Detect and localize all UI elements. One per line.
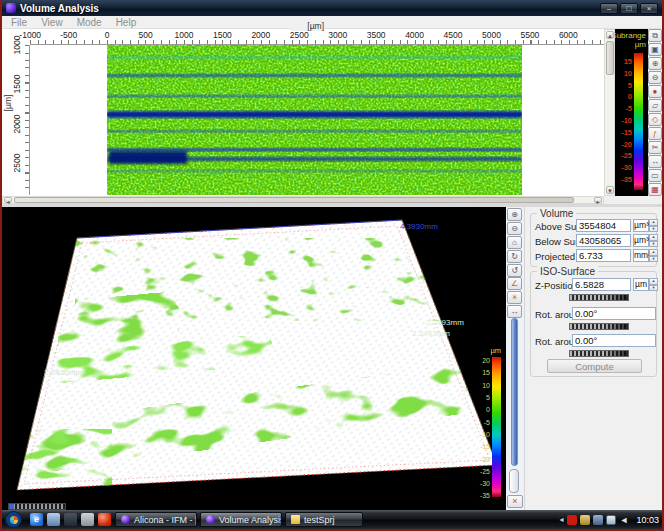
rot-y-slider[interactable] xyxy=(569,350,629,357)
zoom-in-icon[interactable]: ⊕ xyxy=(648,57,662,70)
taskbar-button-alicona[interactable]: Alicona - IFM - [IFM... xyxy=(115,512,197,527)
crop-tool-icon[interactable]: ▦ xyxy=(648,183,662,196)
horizontal-scroll-thumb[interactable] xyxy=(14,197,574,203)
scroll-left-button[interactable]: ◂ xyxy=(4,197,12,203)
projected-area-unit[interactable]: mm² xyxy=(633,249,649,262)
close-button[interactable]: × xyxy=(640,3,658,14)
x-axis-tick: 3500 xyxy=(357,30,395,40)
zoom-out-icon[interactable]: ⊖ xyxy=(507,222,522,235)
height-map-plot[interactable]: [µm] -1000-50005001000150020002500300035… xyxy=(2,29,604,196)
svg-text:20: 20 xyxy=(482,357,490,364)
network-tray-icon[interactable] xyxy=(606,515,616,525)
title-bar: Volume Analysis – □ × xyxy=(2,0,662,16)
menu-view[interactable]: View xyxy=(34,17,70,28)
export-view-icon[interactable]: ⧉ xyxy=(648,29,662,42)
language-tray-icon[interactable] xyxy=(593,515,603,525)
taskbar-button-label: testSprj xyxy=(304,515,335,525)
maximize-button[interactable]: □ xyxy=(620,3,638,14)
iso-surface-3d-view[interactable]: 4.3930mm 2.2493mm 2.2493mm 2.2430mm µm 2… xyxy=(2,207,506,510)
freehand-select-icon[interactable]: ◇ xyxy=(648,113,662,126)
antivirus-tray-icon[interactable] xyxy=(567,515,577,525)
view3d-vertical-slider[interactable] xyxy=(511,318,518,466)
menu-help[interactable]: Help xyxy=(109,17,144,28)
zoom-in-icon[interactable]: ⊕ xyxy=(507,208,522,221)
below-surface-unit[interactable]: µm³ xyxy=(633,234,649,247)
desktop: Volume Analysis – □ × File View Mode Hel… xyxy=(0,0,664,531)
folder-quicklaunch-icon[interactable] xyxy=(47,513,60,526)
x-axis-tick: 5500 xyxy=(511,30,549,40)
light-settings-icon[interactable]: ☀ xyxy=(507,291,522,304)
x-axis-tick: -500 xyxy=(49,30,87,40)
polygon-select-icon[interactable]: ▱ xyxy=(648,99,662,112)
move-tool-icon[interactable]: ↔ xyxy=(648,155,662,168)
above-surface-value[interactable]: 3554804 xyxy=(576,219,631,232)
orbit-view-icon[interactable]: ↺ xyxy=(507,264,522,277)
y-axis-tick: 1000 xyxy=(12,33,24,57)
y-axis-unit-label: [µm] xyxy=(3,91,15,115)
x-axis-tick: 5000 xyxy=(472,30,510,40)
scroll-down-button[interactable]: ▼ xyxy=(606,186,614,194)
z-position-value[interactable]: 6.5828 xyxy=(572,278,631,291)
taskbar-button-testsprj[interactable]: testSprj xyxy=(285,512,363,527)
rot-y-value[interactable]: 0.00° xyxy=(572,334,656,347)
media-quicklaunch-icon[interactable] xyxy=(64,513,77,526)
start-button[interactable] xyxy=(5,511,22,528)
home-view-icon[interactable]: ⌂ xyxy=(507,236,522,249)
projected-area-spinner[interactable]: ▲▼ xyxy=(649,249,658,262)
clock[interactable]: 10:03 xyxy=(636,515,659,525)
projected-area-value[interactable]: 6.733 xyxy=(576,249,631,262)
update-tray-icon[interactable] xyxy=(580,515,590,525)
bottom-area: 4.3930mm 2.2493mm 2.2493mm 2.2430mm µm 2… xyxy=(2,207,662,510)
show-desktop-quicklaunch-icon[interactable] xyxy=(81,513,94,526)
svg-text:-35: -35 xyxy=(480,492,490,499)
view3d-slider-handle[interactable] xyxy=(509,469,519,493)
zoom-out-icon[interactable]: ⊖ xyxy=(648,71,662,84)
volume-tray-icon[interactable]: ◄ xyxy=(619,515,630,525)
cut-tool-icon[interactable]: ✂ xyxy=(648,141,662,154)
subrange-tick: -25 xyxy=(615,151,632,161)
above-surface-spinner[interactable]: ▲▼ xyxy=(649,219,658,232)
iso-surface-group-title: ISO-Surface xyxy=(537,266,598,277)
z-position-spinner[interactable]: ▲▼ xyxy=(649,278,658,291)
project-file-icon xyxy=(291,515,300,524)
z-position-slider[interactable] xyxy=(569,294,629,301)
taskbar: e Alicona - IFM - [IFM... Volume Analysi… xyxy=(2,510,662,529)
height-map-panel: [µm] -1000-50005001000150020002500300035… xyxy=(2,29,662,204)
above-surface-unit[interactable]: µm³ xyxy=(633,219,649,232)
vertical-scroll-thumb[interactable] xyxy=(606,41,614,75)
compute-button[interactable]: Compute xyxy=(547,359,642,373)
vertical-scrollbar[interactable]: ▲ ▼ xyxy=(604,29,615,196)
pan-view-icon[interactable]: ↔ xyxy=(507,305,522,318)
app-quicklaunch-icon[interactable] xyxy=(98,513,111,526)
z-position-unit[interactable]: µm xyxy=(633,278,649,291)
y-axis-tick: 2500 xyxy=(12,151,24,175)
below-surface-value[interactable]: 43058065 xyxy=(576,234,631,247)
svg-text:10: 10 xyxy=(482,382,490,389)
rot-x-slider[interactable] xyxy=(569,323,629,330)
view3d-zoom-slider[interactable] xyxy=(8,503,66,510)
measure-tool-icon[interactable]: ∠ xyxy=(507,277,522,290)
x-axis-tick: 2500 xyxy=(280,30,318,40)
close-tool-icon[interactable]: × xyxy=(507,495,523,508)
slider-handle[interactable] xyxy=(9,504,14,509)
menu-file[interactable]: File xyxy=(4,17,34,28)
below-surface-spinner[interactable]: ▲▼ xyxy=(649,234,658,247)
subrange-tick: -5 xyxy=(615,104,632,114)
scroll-right-button[interactable]: ▸ xyxy=(594,197,602,203)
minimize-button[interactable]: – xyxy=(600,3,618,14)
subrange-title: Subrange xyxy=(611,31,646,40)
marker-tool-icon[interactable]: ● xyxy=(648,85,662,98)
tray-expand-icon[interactable]: ◂ xyxy=(559,515,563,524)
surface-height-map[interactable] xyxy=(107,45,522,195)
fit-view-icon[interactable]: ▣ xyxy=(648,43,662,56)
rot-x-value[interactable]: 0.00° xyxy=(572,307,656,320)
menu-mode[interactable]: Mode xyxy=(70,17,109,28)
rotate-view-icon[interactable]: ↻ xyxy=(507,250,522,263)
curve-tool-icon[interactable]: ƒ xyxy=(648,127,662,140)
depth-measure-label: 2.2493mm xyxy=(426,318,464,327)
horizontal-scrollbar[interactable]: ◂ ▸ xyxy=(2,196,604,204)
ie-quicklaunch-icon[interactable]: e xyxy=(30,513,43,526)
x-axis-ticks: -1000-5000500100015002000250030003500400… xyxy=(11,30,626,40)
taskbar-button-volume-analysis[interactable]: Volume Analysis xyxy=(200,512,282,527)
rectangle-select-icon[interactable]: ▭ xyxy=(648,169,662,182)
